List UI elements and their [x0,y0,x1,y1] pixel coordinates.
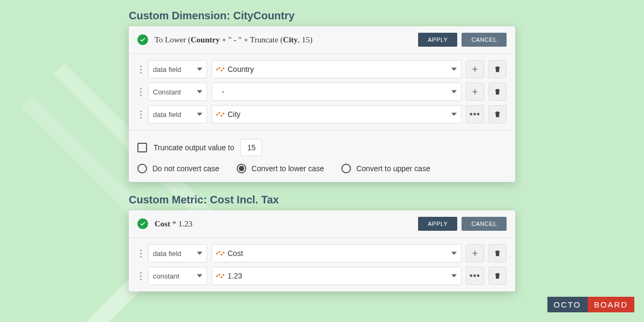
expression-row: data field Country [137,60,507,78]
chevron-down-icon [451,113,457,116]
data-field-icon [216,253,224,254]
brand-logo: OCTO BOARD [547,297,634,312]
type-select[interactable]: data field [148,60,207,78]
delete-button[interactable] [488,267,507,285]
radio-upper[interactable]: Convert to upper case [341,164,430,173]
constant-select[interactable]: 1.23 [211,267,462,285]
add-button[interactable] [466,244,484,262]
check-icon [137,34,148,45]
expression-row: Constant - [137,83,507,101]
chevron-down-icon [451,90,457,93]
drag-handle-icon[interactable] [137,108,144,121]
metric-title: Custom Metric: Cost Incl. Tax [129,194,515,206]
type-select[interactable]: constant [148,267,207,285]
drag-handle-icon[interactable] [137,86,144,98]
dimension-card: To Lower (Country + " - " + Truncate (Ci… [129,26,515,182]
expression-row: data field Cost [137,244,507,262]
formula-display: To Lower (Country + " - " + Truncate (Ci… [155,35,414,45]
delete-button[interactable] [488,105,507,123]
type-select[interactable]: Constant [148,83,207,101]
chevron-down-icon [197,113,202,116]
add-button[interactable] [466,83,484,101]
chevron-down-icon [197,274,202,277]
data-field-icon [216,114,224,115]
chevron-down-icon [451,252,457,255]
truncate-checkbox[interactable] [137,143,147,152]
more-button[interactable]: ••• [466,105,484,123]
chevron-down-icon [451,68,457,71]
delete-button[interactable] [488,83,507,101]
type-select[interactable]: data field [148,105,207,123]
add-button[interactable] [466,60,484,78]
delete-button[interactable] [488,244,507,262]
dimension-header: To Lower (Country + " - " + Truncate (Ci… [129,26,515,54]
check-icon [137,218,148,229]
ellipsis-icon: ••• [470,271,480,281]
more-button[interactable]: ••• [466,267,484,285]
expression-row: constant 1.23 ••• [137,267,507,285]
apply-button[interactable]: APPLY [418,217,457,231]
drag-handle-icon[interactable] [137,63,144,76]
apply-button[interactable]: APPLY [418,33,457,47]
ellipsis-icon: ••• [470,109,480,119]
data-field-icon [216,275,224,277]
metric-header: Cost * 1.23 APPLY CANCEL [129,210,515,238]
expression-row: data field City ••• [137,105,507,123]
chevron-down-icon [197,68,202,71]
drag-handle-icon[interactable] [137,247,144,260]
data-field-icon [216,69,224,70]
truncate-label: Truncate output value to [153,143,234,152]
truncate-input[interactable] [240,139,262,156]
field-select[interactable]: Country [211,60,462,78]
chevron-down-icon [197,90,202,93]
field-select[interactable]: Cost [211,244,462,262]
radio-lower[interactable]: Convert to lower case [237,164,324,173]
chevron-down-icon [197,252,202,255]
radio-no-convert[interactable]: Do not convert case [137,164,219,173]
field-select[interactable]: City [211,105,462,123]
type-select[interactable]: data field [148,244,207,262]
formula-display: Cost * 1.23 [155,219,414,229]
chevron-down-icon [451,274,457,277]
cancel-button[interactable]: CANCEL [462,33,507,47]
cancel-button[interactable]: CANCEL [462,217,507,231]
metric-card: Cost * 1.23 APPLY CANCEL data field Cost [129,210,515,291]
constant-select[interactable]: - [211,83,462,101]
drag-handle-icon[interactable] [137,270,144,282]
dimension-title: Custom Dimension: CityCountry [129,10,515,22]
delete-button[interactable] [488,60,507,78]
